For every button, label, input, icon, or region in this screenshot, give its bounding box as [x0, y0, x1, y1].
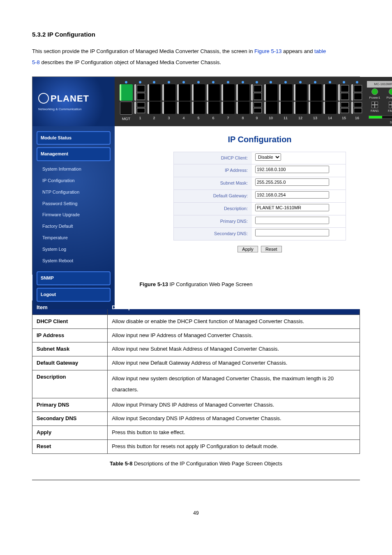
figure-caption-text: IP Configuration Web Page Screen: [168, 281, 252, 287]
chassis-slot-mgt: MGT: [120, 81, 133, 126]
chassis-slot: 3: [162, 81, 175, 126]
chassis-slot: 13: [309, 81, 322, 126]
table-row: DescriptionAllow input new system descri…: [32, 370, 360, 398]
slot-number: 11: [284, 115, 288, 121]
power2-label: Power2: [386, 95, 392, 101]
dhcp-client-label: DHCP Client:: [174, 152, 252, 164]
table-item: Apply: [32, 426, 108, 440]
chassis-slot: 14: [323, 81, 337, 126]
ip-config-form: DHCP Client: Disable Enable IP Address: …: [173, 152, 346, 254]
table-desc: Allow input new Default Gateway Address …: [108, 356, 360, 370]
default-gateway-label: Default Gateway:: [174, 190, 252, 202]
sidebar-item-system-information[interactable]: System Information: [42, 164, 109, 175]
chassis-slot-row: MGT 1 2 3 4 5 6 7 8 9 10 11 12: [120, 81, 392, 126]
secondary-dns-input[interactable]: [255, 229, 329, 236]
table-row: ResetPress this button for resets not ap…: [32, 439, 360, 453]
fan2-label: FAN2: [388, 108, 392, 114]
table-desc: Allow disable or enable the DHCP Client …: [108, 314, 360, 328]
temperature-value: 32.8°C: [367, 120, 392, 125]
fan-icon: [371, 102, 378, 108]
sidebar-item-temperature[interactable]: Temperature: [42, 232, 109, 244]
fan-icon: [389, 102, 392, 108]
secondary-dns-label: Secondary DNS:: [174, 228, 252, 240]
chassis-slot: 6: [207, 81, 220, 126]
table-item: Secondary DNS: [32, 412, 108, 426]
slot-number: 15: [342, 115, 346, 121]
table-desc: Allow input new IP Address of Managed Co…: [108, 328, 360, 342]
slot-number: 4: [182, 115, 184, 121]
power-led-icon: [125, 81, 127, 83]
chassis-slot: 9: [251, 81, 263, 126]
intro-text-post: describes the IP Configuration object of…: [41, 59, 221, 65]
sidebar-header-snmp[interactable]: SNMP: [37, 271, 111, 285]
chassis-slot: 11: [279, 81, 292, 126]
screenshot-frame: PLANET Networking & Communication MGT 1: [32, 76, 360, 275]
ip-address-label: IP Address:: [174, 164, 252, 177]
primary-dns-input[interactable]: [255, 217, 329, 224]
subnet-mask-label: Subnet Mask:: [174, 177, 252, 190]
power-led-icon: [371, 88, 378, 95]
slot-number: 9: [256, 115, 258, 121]
chassis-slot: 5: [192, 81, 205, 126]
brand-logo-area: PLANET Networking & Communication: [32, 77, 115, 126]
slot-number: 3: [168, 115, 170, 121]
ip-address-input[interactable]: [255, 166, 329, 173]
table-desc: Allow input new system description of Ma…: [108, 370, 360, 398]
default-gateway-input[interactable]: [255, 191, 329, 199]
sidebar-item-password-setting[interactable]: Password Setting: [42, 198, 109, 210]
table-item: Primary DNS: [32, 398, 108, 412]
sidebar-item-ntp-configuration[interactable]: NTP Configuration: [42, 187, 109, 198]
slot-number: 14: [328, 115, 332, 121]
table-item: Subnet Mask: [32, 342, 108, 356]
section-heading: 5.3.2 IP Configuration: [32, 29, 360, 40]
table-row: Subnet MaskAllow input new Subnet Mask A…: [32, 342, 360, 356]
dhcp-client-select[interactable]: Disable Enable: [255, 153, 281, 161]
table-desc: Press this button to take effect.: [108, 426, 360, 440]
reset-button[interactable]: [261, 246, 282, 252]
table-caption-text: Descriptions of the IP Configuration Web…: [132, 460, 282, 467]
table-row: DHCP ClientAllow disable or enable the D…: [32, 314, 360, 328]
brand-logo: PLANET: [38, 90, 115, 107]
figure-caption-bold: Figure 5-13: [140, 281, 168, 287]
chassis-slot: 2: [148, 81, 161, 126]
subnet-mask-input[interactable]: [255, 178, 329, 186]
sidebar-item-factory-default[interactable]: Factory Default: [42, 221, 109, 232]
fan1-label: FAN1: [371, 108, 379, 114]
description-input[interactable]: [255, 204, 329, 211]
intro-text-mid: appears and: [283, 48, 314, 54]
power-led-icon: [389, 88, 392, 95]
sidebar-item-system-reboot[interactable]: System Reboot: [42, 255, 109, 267]
sidebar-header-management[interactable]: Management: [37, 147, 111, 161]
slot-label-mgt: MGT: [122, 116, 130, 122]
slot-number: 8: [242, 115, 244, 121]
table-desc: Allow input new Subnet Mask Address of M…: [108, 342, 360, 356]
slot-number: 5: [197, 115, 199, 121]
power-led-icon: [139, 81, 141, 83]
sidebar-item-firmware-upgrade[interactable]: Firmware Upgrade: [42, 209, 109, 221]
chassis-slot: 8: [236, 81, 249, 126]
sidebar-management-list: System Information IP Configuration NTP …: [37, 164, 111, 269]
table-item: Reset: [32, 439, 108, 453]
sidebar: Module Status Management System Informat…: [32, 126, 115, 309]
chassis-slot: 4: [177, 81, 190, 126]
slot-number: 12: [298, 115, 302, 121]
sidebar-header-logout[interactable]: Logout: [37, 288, 111, 302]
chassis-slot: 16: [351, 81, 363, 126]
slot-number: 7: [227, 115, 229, 121]
table-row: Primary DNSAllow input Primary DNS IP Ad…: [32, 398, 360, 412]
globe-icon: [38, 93, 49, 104]
table-link-b[interactable]: 5-8: [32, 59, 40, 65]
slot-number: 16: [355, 115, 359, 121]
apply-button[interactable]: [238, 246, 258, 252]
table-row: IP AddressAllow input new IP Address of …: [32, 328, 360, 342]
figure-link[interactable]: Figure 5-13: [254, 48, 281, 54]
sidebar-item-system-log[interactable]: System Log: [42, 244, 109, 255]
sidebar-item-ip-configuration[interactable]: IP Configuration: [42, 175, 109, 187]
chassis-slot: 15: [338, 81, 350, 126]
slot-number: 10: [269, 115, 273, 121]
sidebar-header-module-status[interactable]: Module Status: [37, 131, 111, 145]
chassis-slot: 1: [134, 81, 146, 126]
slot-number: 13: [313, 115, 317, 121]
table-row: ApplyPress this button to take effect.: [32, 426, 360, 440]
table-link-a[interactable]: table: [314, 48, 326, 54]
